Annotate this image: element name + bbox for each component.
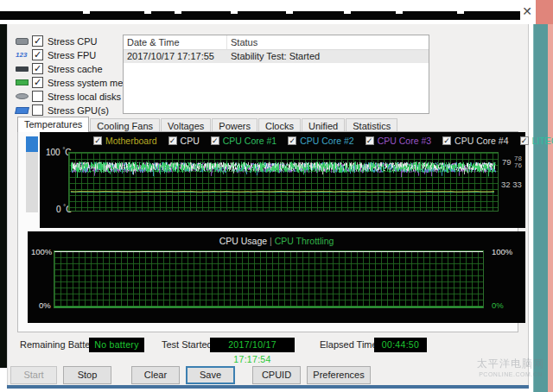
redacted-title xyxy=(0,11,520,20)
scrollbar-thumb[interactable] xyxy=(26,136,38,152)
current-temp-value-low: 76 xyxy=(514,161,522,169)
table-header: Date & Time Status xyxy=(124,35,429,50)
memory-icon xyxy=(16,79,29,85)
series-legend: Motherboard CPU CPU Core #1 CPU Core #2 … xyxy=(93,136,553,146)
usage-right-max: 100% xyxy=(492,247,512,256)
temperature-plot-area xyxy=(68,152,499,212)
legend-label: CPU xyxy=(181,136,200,146)
cpu-usage-line xyxy=(54,251,483,252)
table-row[interactable]: 2017/10/17 17:17:55 Stability Test: Star… xyxy=(124,50,429,63)
legend-label: CPU Core #2 xyxy=(300,136,353,146)
legend-checkbox[interactable] xyxy=(93,136,102,145)
temperature-series-canvas xyxy=(69,153,498,211)
usage-left-max: 100% xyxy=(31,247,52,256)
stress-option-label: Stress cache xyxy=(48,64,103,74)
legend-item-cpu-core-4[interactable]: CPU Core #4 xyxy=(442,136,508,146)
usage-left-min: 0% xyxy=(39,300,51,310)
stop-button[interactable]: Stop xyxy=(63,366,111,384)
desktop-far-right-edge xyxy=(548,0,553,392)
title-notch xyxy=(231,9,238,14)
watermark-line-1: 太平洋电脑网 xyxy=(472,357,550,371)
tab-statistics[interactable]: Statistics xyxy=(346,118,397,132)
gpu-icon xyxy=(15,107,29,114)
cache-icon xyxy=(16,66,29,72)
usage-title-left: CPU Usage xyxy=(219,236,267,246)
checkbox[interactable] xyxy=(32,63,43,74)
cell-status: Stability Test: Started xyxy=(227,50,429,63)
site-watermark: 太平洋电脑网 PCONLINE.COM.CN xyxy=(472,357,550,377)
disk-icon xyxy=(16,93,29,99)
legend-item-cpu-core-3[interactable]: CPU Core #3 xyxy=(365,136,431,146)
tab-temperatures[interactable]: Temperatures xyxy=(17,117,89,132)
legend-checkbox[interactable] xyxy=(442,136,451,145)
stress-option-label: Stress GPU(s) xyxy=(48,105,109,116)
usage-right-min: 0% xyxy=(492,300,504,310)
usage-plot-area xyxy=(54,250,484,308)
tab-strip: Temperatures Cooling Fans Voltages Power… xyxy=(17,117,398,132)
title-notch xyxy=(144,9,151,14)
stress-option-label: Stress FPU xyxy=(48,50,96,60)
legend-item-cpu-core-1[interactable]: CPU Core #1 xyxy=(211,136,276,146)
battery-value: No battery xyxy=(89,338,144,352)
legend-item-liteon-ssd[interactable]: LITEON T11 256 xyxy=(520,136,553,146)
cell-datetime: 2017/10/17 17:17:55 xyxy=(124,50,227,63)
current-temp-value-ambient: 32 33 xyxy=(501,180,522,189)
event-log-table: Date & Time Status 2017/10/17 17:17:55 S… xyxy=(123,35,429,114)
tab-cooling-fans[interactable]: Cooling Fans xyxy=(90,118,160,132)
close-icon[interactable]: ✕ xyxy=(516,2,538,21)
column-header-datetime[interactable]: Date & Time xyxy=(124,35,227,49)
title-notch xyxy=(396,9,403,14)
clear-button[interactable]: Clear xyxy=(131,366,180,384)
title-notch xyxy=(286,9,293,14)
legend-checkbox[interactable] xyxy=(168,136,177,145)
title-notch xyxy=(457,9,464,14)
legend-item-cpu-core-2[interactable]: CPU Core #2 xyxy=(288,136,353,146)
title-notch xyxy=(83,9,90,14)
tab-voltages[interactable]: Voltages xyxy=(161,118,211,132)
usage-graph-title: CPU Usage | CPU Throttling xyxy=(28,236,525,246)
title-bar: ✕ xyxy=(0,0,536,24)
elapsed-time-value: 00:44:50 xyxy=(374,338,427,352)
current-temp-value-high: 79 xyxy=(502,157,512,167)
graph-scrollbar[interactable] xyxy=(26,136,38,212)
preferences-button[interactable]: Preferences xyxy=(307,366,371,384)
save-button[interactable]: Save xyxy=(186,366,235,384)
checkbox[interactable] xyxy=(32,91,43,102)
checkbox[interactable] xyxy=(32,104,43,116)
tab-unified[interactable]: Unified xyxy=(302,118,345,132)
legend-checkbox[interactable] xyxy=(288,136,296,145)
test-started-label: Test Started: xyxy=(162,339,215,350)
legend-checkbox[interactable] xyxy=(520,136,529,145)
usage-title-right: CPU Throttling xyxy=(275,236,334,246)
cpu-throttling-line xyxy=(54,307,483,307)
window-bottom-border xyxy=(7,385,529,389)
stress-option-label: Stress CPU xyxy=(48,36,97,47)
tab-clocks[interactable]: Clocks xyxy=(258,118,301,132)
watermark-line-2: PCONLINE.COM.CN xyxy=(472,371,550,377)
checkbox[interactable] xyxy=(32,35,43,47)
legend-item-motherboard[interactable]: Motherboard xyxy=(93,136,157,146)
legend-item-cpu[interactable]: CPU xyxy=(168,136,200,146)
test-started-value: 2017/10/17 17:17:54 xyxy=(210,338,295,352)
legend-checkbox[interactable] xyxy=(365,136,374,145)
checkbox[interactable] xyxy=(32,77,43,88)
checkbox[interactable] xyxy=(32,49,43,60)
legend-label: Motherboard xyxy=(105,136,157,146)
title-notch xyxy=(175,9,181,14)
fpu-icon: 123 xyxy=(16,50,29,60)
elapsed-time-label: Elapsed Time: xyxy=(320,339,380,350)
stress-option-label: Stress local disks xyxy=(48,92,121,102)
tab-powers[interactable]: Powers xyxy=(212,118,257,132)
temperature-graph-panel: Motherboard CPU CPU Core #1 CPU Core #2 … xyxy=(40,132,525,228)
desktop-right-edge xyxy=(533,22,548,392)
legend-label: CPU Core #4 xyxy=(454,136,508,146)
cpuid-button[interactable]: CPUID xyxy=(252,366,301,384)
column-header-status[interactable]: Status xyxy=(227,35,429,49)
legend-label: LITEON T11 256 xyxy=(532,136,553,146)
cpu-usage-graph-panel: CPU Usage | CPU Throttling 100% 0% 100% … xyxy=(28,231,525,323)
legend-checkbox[interactable] xyxy=(211,136,219,145)
desktop-top-right-corner xyxy=(536,0,553,24)
start-button[interactable]: Start xyxy=(10,366,57,384)
screen: ✕ Stress CPU 123 Stress FPU Stress cache… xyxy=(0,0,553,392)
usage-title-separator: | xyxy=(270,236,272,246)
